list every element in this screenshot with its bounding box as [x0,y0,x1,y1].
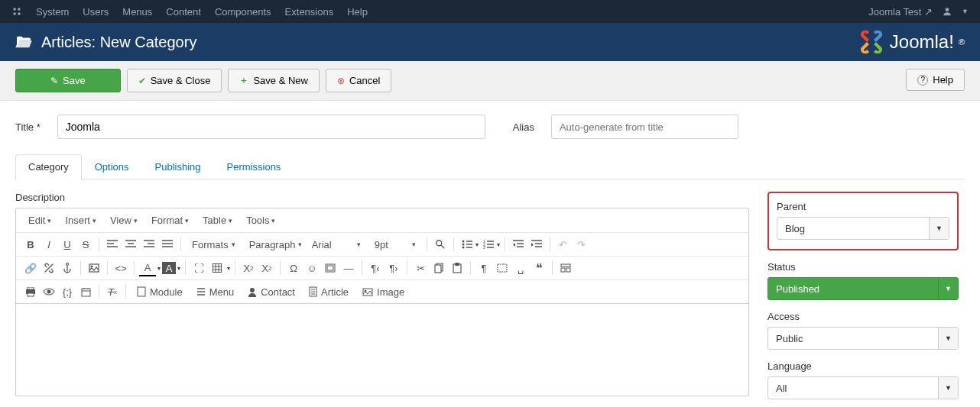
hr-icon[interactable]: ― [340,260,357,276]
emoticon-icon[interactable]: ☺ [303,260,320,276]
underline-icon[interactable]: U [59,236,76,253]
nav-help[interactable]: Help [347,6,368,18]
template-icon[interactable] [557,260,574,276]
number-list-icon[interactable]: 123 [480,236,497,253]
article-button[interactable]: Article [303,284,355,300]
tab-publishing[interactable]: Publishing [142,154,214,179]
joomla-icon[interactable] [11,6,22,17]
dropdown-caret-icon[interactable]: ▼ [962,8,969,15]
editor-toolbar-row1: B I U S Formats▾ Paragraph▾ Arial▾ 9pt▾ [16,233,748,257]
save-button[interactable]: ✎ Save [15,69,121,92]
align-justify-icon[interactable] [159,236,176,253]
nav-users[interactable]: Users [83,6,109,18]
svg-point-2 [13,12,16,15]
toolbar-left: ✎ Save ✔ Save & Close ＋ Save & New ⊗ Can… [15,69,391,92]
align-left-icon[interactable] [104,236,121,253]
menu-table[interactable]: Table▾ [196,212,239,229]
save-new-button[interactable]: ＋ Save & New [228,69,320,92]
redo-icon[interactable]: ↷ [573,236,590,253]
menu-edit[interactable]: Edit▾ [22,212,57,229]
cancel-button[interactable]: ⊗ Cancel [326,69,391,92]
media-icon[interactable] [322,260,339,276]
image-icon[interactable] [86,260,102,276]
svg-rect-23 [561,268,565,272]
parent-select[interactable]: Blog ▼ [777,217,949,240]
plus-icon: ＋ [239,74,248,87]
blockquote-icon[interactable]: ❝ [531,260,547,276]
tab-options[interactable]: Options [82,154,142,179]
outdent-icon[interactable] [510,236,527,253]
module-button[interactable]: Module [131,284,189,300]
table-icon[interactable] [209,260,226,276]
nav-components[interactable]: Components [215,6,271,18]
status-select[interactable]: Published ▼ [767,277,959,300]
save-close-button[interactable]: ✔ Save & Close [127,69,222,92]
cut-icon[interactable]: ✂ [412,260,429,276]
menu-button[interactable]: Menu [190,284,241,300]
editor-menubar: Edit▾ Insert▾ View▾ Format▾ Table▾ Tools… [16,208,748,233]
title-input[interactable] [57,115,485,139]
language-select[interactable]: All ▼ [767,376,959,399]
sidebar-column: Parent Blog ▼ Status Published ▼ Access … [767,192,959,407]
indent-icon[interactable] [528,236,545,253]
insert-date-icon[interactable] [77,283,94,300]
paste-icon[interactable] [449,260,466,276]
help-button[interactable]: ? Help [906,69,965,91]
undo-icon[interactable]: ↶ [555,236,572,253]
link-icon[interactable]: 🔗 [22,260,39,276]
nbsp-icon[interactable]: ␣ [512,260,529,276]
preview-icon[interactable] [41,283,57,300]
menu-tools[interactable]: Tools▾ [240,212,281,229]
bullet-list-icon[interactable] [459,236,475,253]
topnav-right: Joomla Test ↗ ▼ [868,6,969,18]
nav-content[interactable]: Content [166,6,201,18]
menu-format[interactable]: Format▾ [145,212,195,229]
nav-extensions[interactable]: Extensions [285,6,334,18]
bg-color-icon[interactable]: A [162,262,176,274]
bold-icon[interactable]: B [22,236,39,253]
show-invisible-icon[interactable]: ¶ [475,260,492,276]
find-replace-icon[interactable] [432,236,449,253]
rtl-icon[interactable]: ¶› [385,260,402,276]
superscript-icon[interactable]: X2 [258,260,275,276]
editor-toolbar-row2: 🔗 <> A▾ A▾ ⛶ ▾ X2 X2 [16,257,748,280]
nav-system[interactable]: System [36,6,69,18]
tab-category[interactable]: Category [15,154,82,179]
text-color-icon[interactable]: A [139,260,156,276]
top-navbar: System Users Menus Content Components Ex… [0,0,980,23]
show-blocks-icon[interactable] [494,260,511,276]
align-right-icon[interactable] [141,236,157,253]
print-icon[interactable] [22,283,39,300]
ltr-icon[interactable]: ¶‹ [367,260,384,276]
source-code-icon[interactable]: <> [112,260,129,276]
tab-permissions[interactable]: Permissions [214,154,294,179]
align-center-icon[interactable] [122,236,139,253]
cancel-icon: ⊗ [337,76,345,86]
subscript-icon[interactable]: X2 [240,260,257,276]
italic-icon[interactable]: I [41,236,57,253]
codesample-icon[interactable]: {;} [59,283,76,300]
access-select[interactable]: Public ▼ [767,327,959,350]
font-dropdown[interactable]: Arial▾ [306,236,367,253]
nav-menus[interactable]: Menus [122,6,152,18]
fullscreen-icon[interactable]: ⛶ [190,260,207,276]
alias-input[interactable] [551,115,738,139]
unlink-icon[interactable] [41,260,57,276]
copy-icon[interactable] [430,260,447,276]
fontsize-dropdown[interactable]: 9pt▾ [368,236,422,253]
site-link[interactable]: Joomla Test ↗ [868,6,933,18]
contact-button[interactable]: Contact [242,284,301,300]
clear-format-icon[interactable]: Tx [104,283,121,300]
special-char-icon[interactable]: Ω [285,260,302,276]
anchor-icon[interactable] [59,260,76,276]
strikethrough-icon[interactable]: S [77,236,94,253]
menu-insert[interactable]: Insert▾ [59,212,102,229]
image-button[interactable]: Image [356,284,410,300]
menu-view[interactable]: View▾ [104,212,144,229]
editor-content-area[interactable] [16,304,748,396]
formats-dropdown[interactable]: Formats▾ [186,236,242,253]
topnav-left: System Users Menus Content Components Ex… [11,6,368,18]
user-icon[interactable] [942,6,952,17]
block-dropdown[interactable]: Paragraph▾ [243,236,304,253]
svg-point-0 [13,8,16,11]
